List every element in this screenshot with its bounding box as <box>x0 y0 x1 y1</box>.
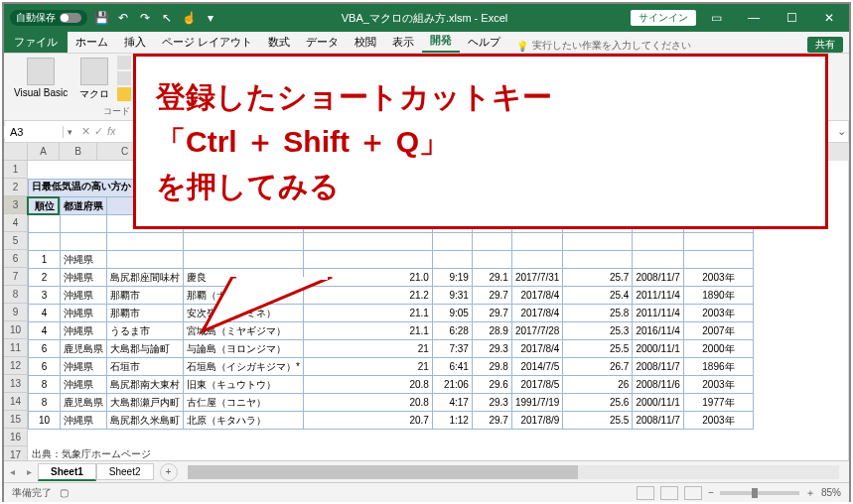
sheet-nav-prev-icon[interactable]: ◂ <box>4 466 21 477</box>
macros-icon <box>80 58 108 85</box>
table-row: 6沖縄県石垣市石垣島（イシガキジマ）*216:4129.82014/7/526.… <box>29 358 754 376</box>
svg-marker-0 <box>203 277 332 331</box>
scrollbar-thumb[interactable] <box>188 465 579 479</box>
enter-formula-icon[interactable]: ✓ <box>94 125 103 138</box>
close-icon[interactable]: ✕ <box>811 4 847 32</box>
horizontal-scrollbar[interactable] <box>188 465 840 479</box>
fx-icon[interactable]: fx <box>107 125 116 138</box>
visual-basic-label: Visual Basic <box>14 87 68 98</box>
callout-line3: を押してみる <box>156 164 805 208</box>
sheet-nav-next-icon[interactable]: ▸ <box>21 466 38 477</box>
source-text: 出典：気象庁ホームページ <box>28 447 754 460</box>
callout-line2: 「Ctrl ＋ Shift ＋ Q」 <box>156 119 805 164</box>
row-header[interactable]: 4 <box>4 214 28 232</box>
qat-dropdown-icon[interactable]: ▾ <box>203 10 218 26</box>
status-ready: 準備完了 <box>12 486 52 500</box>
row-header[interactable]: 3 <box>4 196 28 214</box>
zoom-out-icon[interactable]: − <box>708 487 714 498</box>
touch-mode-icon[interactable]: ☝ <box>181 10 197 26</box>
annotation-callout: 登録したショートカットキー 「Ctrl ＋ Shift ＋ Q」 を押してみる <box>133 54 828 287</box>
callout-line1: 登録したショートカットキー <box>156 74 805 119</box>
name-box[interactable]: A3 <box>4 126 64 138</box>
add-sheet-button[interactable]: + <box>160 463 178 481</box>
cancel-formula-icon[interactable]: ✕ <box>81 125 90 138</box>
tab-home[interactable]: ホーム <box>68 32 116 53</box>
table-row: 10沖縄県島尻郡久米島町北原（キタハラ）20.71:1229.72017/8/9… <box>29 412 754 430</box>
table-header-cell: 順位 <box>29 197 61 215</box>
table-row: 4沖縄県うるま市宮城島（ミヤギジマ）21.16:2828.92017/7/282… <box>29 322 754 340</box>
lightbulb-icon: 💡 <box>516 41 528 52</box>
row-header[interactable]: 17 <box>4 446 28 460</box>
sheet-tab-1[interactable]: Sheet1 <box>38 463 96 481</box>
visual-basic-icon <box>27 58 55 85</box>
minimize-icon[interactable]: — <box>736 4 772 32</box>
table-header-cell: 都道府県 <box>61 197 107 215</box>
view-pagebreak-icon[interactable] <box>684 486 702 500</box>
view-pagelayout-icon[interactable] <box>660 486 678 500</box>
redo-icon[interactable]: ↷ <box>137 10 153 26</box>
toggle-off-icon <box>60 13 81 23</box>
tab-formulas[interactable]: 数式 <box>260 32 298 53</box>
undo-icon[interactable]: ↶ <box>115 10 131 26</box>
sheet-tab-2[interactable]: Sheet2 <box>96 463 154 480</box>
row-header[interactable]: 7 <box>4 268 28 286</box>
status-bar: 準備完了 ▢ − ＋ 85% <box>4 482 849 502</box>
callout-tail-icon <box>193 277 352 336</box>
col-header[interactable]: A <box>28 143 60 161</box>
row-header[interactable]: 16 <box>4 429 28 446</box>
ribbon-options-icon[interactable]: ▭ <box>698 4 734 32</box>
maximize-icon[interactable]: ☐ <box>774 4 809 32</box>
row-header[interactable]: 12 <box>4 357 28 375</box>
sheet-tabs-bar: ◂ ▸ Sheet1 Sheet2 + <box>4 460 849 482</box>
tab-developer[interactable]: 開発 <box>422 30 460 53</box>
formula-bar-expand-icon[interactable]: ⌄ <box>833 125 849 138</box>
signin-button[interactable]: サインイン <box>631 10 696 26</box>
row-header[interactable]: 8 <box>4 286 28 304</box>
row-headers: 123456789101112131415161718 <box>4 161 28 460</box>
warning-icon <box>117 87 131 101</box>
macros-button[interactable]: マクロ <box>75 56 113 103</box>
zoom-in-icon[interactable]: ＋ <box>805 486 815 500</box>
table-row: 8鹿児島県大島郡瀬戸内町古仁屋（コニヤ）20.84:1729.31991/7/1… <box>29 394 754 412</box>
row-header[interactable]: 15 <box>4 411 28 429</box>
row-header[interactable]: 6 <box>4 250 28 268</box>
autosave-toggle[interactable]: 自動保存 <box>10 10 87 26</box>
col-header[interactable]: B <box>60 143 97 161</box>
share-button[interactable]: 共有 <box>807 37 843 53</box>
tab-review[interactable]: 校閲 <box>347 32 384 53</box>
tell-me-search[interactable]: 💡 実行したい作業を入力してください <box>516 39 691 53</box>
tab-view[interactable]: 表示 <box>384 32 422 53</box>
window-title: VBA_マクロの組み方.xlsm - Excel <box>218 11 631 26</box>
tab-data[interactable]: データ <box>298 32 347 53</box>
row-header[interactable]: 10 <box>4 321 28 339</box>
ribbon-tabs: ファイル ホーム 挿入 ページ レイアウト 数式 データ 校閲 表示 開発 ヘル… <box>4 32 849 54</box>
record-icon <box>117 56 131 69</box>
zoom-level[interactable]: 85% <box>821 487 841 498</box>
table-row: 6鹿児島県大島郡与論町与論島（ヨロンジマ）217:3729.32017/8/42… <box>29 340 754 358</box>
row-header[interactable]: 1 <box>4 161 28 179</box>
tell-me-label: 実行したい作業を入力してください <box>532 39 691 53</box>
autosave-label: 自動保存 <box>16 11 56 25</box>
relative-icon <box>117 71 131 85</box>
tab-insert[interactable]: 挿入 <box>116 32 154 53</box>
row-header[interactable]: 13 <box>4 375 28 393</box>
tab-pagelayout[interactable]: ページ レイアウト <box>154 32 260 53</box>
row-header[interactable]: 14 <box>4 393 28 411</box>
row-header[interactable]: 2 <box>4 179 28 196</box>
row-header[interactable]: 5 <box>4 232 28 250</box>
view-normal-icon[interactable] <box>637 486 654 500</box>
select-all-corner[interactable] <box>4 143 28 161</box>
row-header[interactable]: 9 <box>4 304 28 321</box>
macro-record-status-icon[interactable]: ▢ <box>60 487 69 498</box>
save-icon[interactable]: 💾 <box>93 10 109 26</box>
pointer-icon[interactable]: ↖ <box>159 10 175 26</box>
tab-file[interactable]: ファイル <box>4 32 68 53</box>
zoom-slider[interactable] <box>720 491 799 495</box>
tab-help[interactable]: ヘルプ <box>460 32 508 53</box>
visual-basic-button[interactable]: Visual Basic <box>10 56 71 103</box>
table-row: 3沖縄県那覇市那覇（ナハ）*21.29:3129.72017/8/425.420… <box>29 287 754 305</box>
macros-label: マクロ <box>79 87 109 101</box>
name-box-dropdown-icon[interactable]: ▾ <box>64 127 75 137</box>
table-row: 8沖縄県島尻郡南大東村旧東（キュウトウ）20.821:0629.62017/8/… <box>29 376 754 394</box>
row-header[interactable]: 11 <box>4 339 28 357</box>
